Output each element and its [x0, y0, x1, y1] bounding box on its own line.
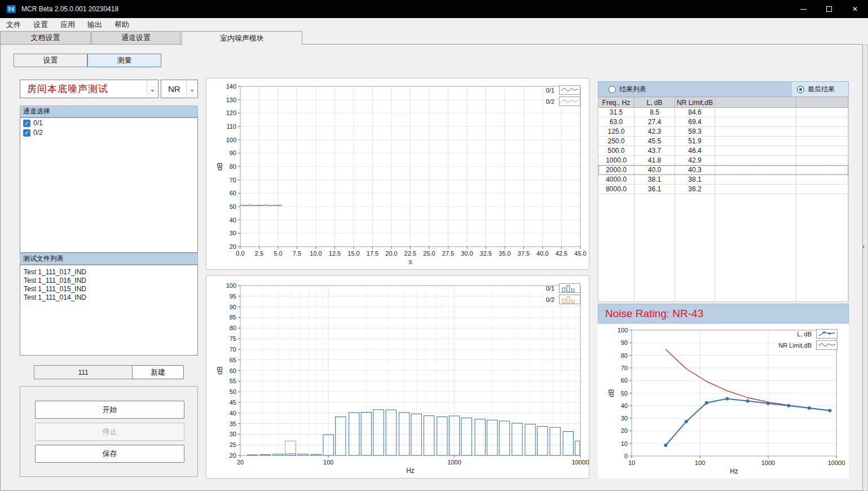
rating-curve-select[interactable]: NR ⌄	[161, 80, 198, 98]
table-cell: 1000.0	[598, 156, 635, 165]
menu-item[interactable]: 设置	[27, 20, 54, 30]
table-row[interactable]: 8000.036.136.2	[598, 185, 848, 194]
svg-text:80: 80	[230, 163, 236, 170]
svg-text:60: 60	[230, 190, 236, 196]
channel-list[interactable]: ✓0/1✓0/2	[20, 117, 198, 253]
svg-text:32.5: 32.5	[480, 250, 492, 257]
subtab-0[interactable]: 设置	[14, 54, 87, 67]
radio-icon	[609, 86, 616, 93]
table-row[interactable]: 63.027.469.4	[598, 117, 848, 127]
table-cell: 51.9	[675, 137, 715, 146]
column-header: NR Limit,dB	[675, 98, 715, 108]
minimize-button[interactable]	[790, 0, 816, 18]
app-icon	[6, 4, 16, 14]
svg-text:85: 85	[230, 314, 236, 321]
table-cell: 4000.0	[598, 175, 635, 185]
test-type-select[interactable]: 房间本底噪声测试 ⌄	[20, 80, 158, 98]
channel-item[interactable]: ✓0/2	[20, 128, 197, 137]
table-row[interactable]: 2000.040.040.3	[598, 165, 848, 175]
table-row[interactable]: 125.042.359.3	[598, 127, 848, 137]
table-cell: 42.3	[635, 127, 675, 137]
table-cell: 36.1	[635, 185, 675, 194]
maximize-button[interactable]	[816, 0, 842, 18]
view-option[interactable]: 结果列表	[609, 85, 646, 94]
table-cell	[796, 117, 848, 127]
svg-text:30: 30	[230, 431, 236, 437]
channel-label: 0/1	[33, 119, 43, 127]
table-cell: 31.5	[598, 108, 635, 117]
chevron-down-icon[interactable]: ⌄	[186, 80, 197, 98]
subtab-1[interactable]: 测量	[87, 54, 161, 67]
table-cell	[715, 194, 796, 301]
svg-text:15.0: 15.0	[347, 250, 359, 257]
svg-text:Hz: Hz	[730, 467, 738, 475]
table-row[interactable]: 4000.038.138.1	[598, 175, 848, 185]
menu-item[interactable]: 文件	[0, 20, 27, 30]
legend-bars-icon	[559, 295, 580, 304]
checkbox-checked-icon[interactable]: ✓	[23, 129, 30, 137]
table-cell	[796, 175, 848, 185]
tab-2[interactable]: 室内噪声模块	[182, 31, 302, 45]
menu-item[interactable]: 输出	[81, 20, 108, 30]
new-button[interactable]: 新建	[132, 365, 184, 379]
legend-item: L, dB	[797, 329, 838, 339]
legend-label: 0/1	[546, 285, 554, 292]
view-option-label: 结果列表	[619, 85, 646, 94]
table-row[interactable]: 1000.041.842.9	[598, 156, 848, 165]
svg-text:dB: dB	[607, 389, 615, 397]
svg-text:2.5: 2.5	[255, 250, 263, 257]
tab-1[interactable]: 通道设置	[91, 31, 180, 44]
table-cell	[635, 194, 675, 301]
svg-text:90: 90	[230, 304, 236, 310]
checkbox-checked-icon[interactable]: ✓	[23, 120, 30, 127]
radio-icon	[797, 86, 804, 93]
table-cell: 38.1	[675, 175, 715, 185]
table-cell	[715, 175, 796, 185]
svg-text:dB: dB	[216, 163, 224, 171]
svg-text:40: 40	[230, 217, 236, 223]
chart-legend: 0/10/2	[546, 85, 580, 106]
file-item[interactable]: Test 1_111_014_IND	[20, 293, 197, 302]
test-number-field[interactable]: 111	[34, 365, 133, 379]
svg-text:20: 20	[230, 452, 236, 459]
svg-text:25: 25	[230, 441, 236, 448]
file-item[interactable]: Test 1_111_015_IND	[20, 285, 197, 293]
channel-item[interactable]: ✓0/1	[20, 118, 197, 128]
table-row[interactable]: 250.045.551.9	[598, 137, 848, 146]
column-header	[715, 98, 796, 108]
file-item[interactable]: Test 1_111_017_IND	[20, 268, 197, 277]
chevron-down-icon[interactable]: ⌄	[147, 80, 158, 98]
tab-0[interactable]: 文档设置	[0, 31, 91, 44]
view-option[interactable]: 最后结果	[797, 85, 835, 94]
table-filler-row	[598, 194, 848, 301]
menu-item[interactable]: 帮助	[108, 20, 135, 30]
table-cell: 250.0	[598, 137, 635, 146]
table-cell: 8000.0	[598, 185, 635, 194]
file-item[interactable]: Test 1_111_016_IND	[20, 277, 197, 285]
svg-text:90: 90	[621, 339, 628, 346]
side-collapse-strip[interactable]: ‹	[863, 45, 868, 491]
view-option-label: 最后结果	[808, 85, 835, 94]
table-cell	[796, 156, 848, 165]
table-cell: 36.2	[675, 185, 715, 194]
rating-curve-value: NR	[161, 80, 186, 98]
svg-text:10.0: 10.0	[310, 250, 321, 257]
table-cell: 40.0	[635, 165, 675, 175]
save-button[interactable]: 保存	[35, 445, 184, 463]
svg-text:20: 20	[621, 427, 628, 434]
table-cell	[715, 137, 796, 146]
spectrum-chart: 2025303540455055606570758085909510020100…	[206, 275, 589, 479]
svg-text:10000: 10000	[572, 459, 589, 466]
table-cell: 43.7	[635, 146, 675, 156]
start-button[interactable]: 开始	[35, 401, 184, 419]
svg-text:27.5: 27.5	[442, 250, 454, 257]
svg-text:17.5: 17.5	[367, 250, 378, 257]
table-cell: 8.5	[635, 108, 675, 117]
table-row[interactable]: 31.58.584.6	[598, 108, 848, 117]
table-row[interactable]: 500.043.746.4	[598, 146, 848, 156]
test-file-list[interactable]: Test 1_111_017_INDTest 1_111_016_INDTest…	[20, 265, 198, 356]
close-button[interactable]: ✕	[842, 0, 868, 18]
table-cell	[675, 194, 715, 301]
menu-item[interactable]: 应用	[54, 20, 81, 30]
svg-text:100: 100	[695, 459, 705, 466]
